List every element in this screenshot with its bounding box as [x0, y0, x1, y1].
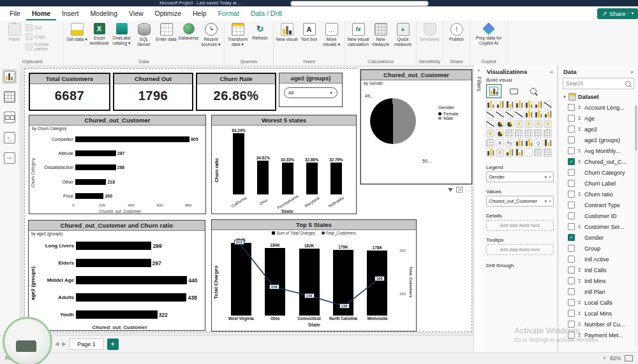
waterfall-chart-icon[interactable] — [534, 110, 542, 119]
refresh-button[interactable]: ↻Refresh — [249, 21, 271, 41]
menu-tab-help[interactable]: Help — [187, 6, 212, 20]
checkbox[interactable] — [568, 136, 575, 143]
line-chart-icon[interactable] — [544, 101, 552, 109]
zoom-level[interactable]: 82% — [610, 355, 621, 361]
search-input[interactable]: Search — [563, 78, 634, 89]
menu-tab-optimize[interactable]: Optimize — [149, 6, 187, 20]
checkbox[interactable] — [568, 201, 575, 208]
more-visuals-button[interactable]: …More visuals ▾ — [320, 21, 343, 47]
chevron-down-icon[interactable]: ▾ — [544, 175, 547, 180]
checkbox[interactable] — [568, 288, 575, 295]
clustered-column-chart-icon[interactable] — [515, 101, 523, 109]
stacked-area-chart-icon[interactable] — [496, 110, 504, 119]
empty-field-well[interactable]: Add data fields here — [486, 244, 554, 255]
checkbox[interactable] — [568, 266, 575, 273]
checkbox[interactable] — [568, 115, 575, 122]
bar-attitude[interactable] — [75, 150, 116, 156]
shape-map-icon[interactable] — [544, 120, 552, 128]
table-icon[interactable] — [544, 129, 552, 138]
checkbox[interactable] — [568, 245, 575, 252]
column-california[interactable] — [233, 133, 244, 194]
dataset-node[interactable]: ▼ Dataset — [563, 92, 634, 102]
gauge-icon[interactable] — [496, 129, 504, 138]
legend-item-male[interactable]: Male — [438, 116, 470, 120]
new-visual-button[interactable]: New visual — [276, 21, 298, 42]
gender-pie-chart-visual[interactable]: Chured_out_Customer by Gender 49... 50..… — [360, 69, 472, 184]
q-and-a-icon[interactable]: Q — [534, 139, 542, 147]
age2-groups-slicer[interactable]: age2 (groups) All ▼ — [279, 73, 343, 107]
legend-item-total-charges[interactable]: Sum of Total Charges — [272, 231, 315, 235]
line-and-stacked-column-icon[interactable] — [505, 110, 514, 119]
copy-button[interactable]: Copy — [26, 33, 61, 40]
checkbox[interactable]: ✓ — [568, 158, 575, 165]
checkbox[interactable] — [568, 310, 575, 317]
column-maryland[interactable] — [306, 163, 318, 194]
multi-row-card-icon[interactable] — [515, 129, 523, 138]
remove-field-icon[interactable]: × — [549, 175, 551, 180]
field-payment-met[interactable]: ΣPayment Met... — [563, 330, 634, 340]
field-chip-gender[interactable]: Gender▾× — [486, 171, 554, 182]
checkbox[interactable] — [568, 169, 575, 176]
checkbox[interactable] — [568, 256, 575, 263]
collapse-icon[interactable]: » — [630, 68, 634, 75]
column-pennsylvania[interactable] — [282, 163, 293, 194]
format-visual-tab[interactable] — [506, 84, 521, 98]
line-and-clustered-column-icon[interactable] — [515, 110, 523, 119]
bar-dissatisfaction[interactable] — [75, 164, 116, 170]
sql-server-button[interactable]: SQL Server — [133, 21, 155, 47]
card-total-customers[interactable]: Total Customers 6687 — [29, 73, 110, 111]
field-intl-plan[interactable]: Intl Plan — [563, 286, 634, 297]
filled-map-icon[interactable] — [534, 120, 542, 128]
field-churn-label[interactable]: Churn Label — [563, 178, 634, 189]
bar-youth[interactable] — [76, 310, 158, 319]
quick-measure-button[interactable]: +Quick measure — [392, 21, 414, 47]
next-page-icon[interactable]: ▶ — [62, 341, 66, 347]
report-view-button[interactable] — [2, 69, 17, 84]
bar-long-livers[interactable] — [76, 242, 151, 250]
slicer-icon[interactable] — [534, 129, 542, 138]
titlebar-search-input[interactable] — [290, 1, 429, 6]
menu-tab-data-drill[interactable]: Data / Drill — [245, 6, 288, 20]
get-data-button[interactable]: Get data ▾ — [66, 21, 88, 42]
chevron-down-icon[interactable]: ▾ — [628, 11, 634, 16]
model-view-button[interactable] — [2, 110, 17, 125]
new-measure-button[interactable]: New measure — [369, 21, 392, 47]
card-churn-rate[interactable]: Churn Rate 26.86% — [196, 73, 276, 111]
donut-chart-icon[interactable] — [505, 120, 514, 128]
churn-category-bar-chart[interactable]: Chured_out_Customer by Churn Category Ch… — [29, 115, 206, 214]
bar-elders[interactable] — [76, 259, 151, 267]
scrollbar[interactable] — [635, 103, 637, 346]
zoom-in-icon[interactable]: + — [603, 355, 606, 361]
field-customer-ser[interactable]: ΣCustomer Ser... — [563, 221, 634, 232]
map-icon[interactable] — [524, 120, 533, 128]
bar-adults[interactable] — [76, 293, 186, 302]
empty-field-well[interactable]: Add data fields here — [486, 220, 554, 231]
checkbox[interactable] — [568, 299, 575, 306]
area-chart-icon[interactable] — [486, 110, 494, 119]
smart-narrative-icon[interactable] — [544, 139, 552, 147]
arcgis-map-icon[interactable] — [496, 149, 504, 157]
treemap-icon[interactable] — [515, 120, 523, 128]
expand-icon[interactable]: « — [477, 68, 480, 73]
enter-data-button[interactable]: Enter data — [155, 21, 177, 42]
column-ohio[interactable] — [257, 161, 269, 194]
field-intl-calls[interactable]: ΣIntl Calls — [563, 265, 634, 275]
checkbox[interactable] — [568, 126, 575, 133]
field-age2-groups[interactable]: age2 (groups) — [563, 135, 634, 145]
report-page[interactable]: Total Customers 6687 Churned Out 1796 Ch… — [24, 68, 472, 332]
worst-states-column-chart[interactable]: Worest 5 states Churn ratio 63.24%Califo… — [211, 115, 357, 214]
field-age2[interactable]: Σage2 — [563, 124, 634, 135]
bar-middel-age[interactable] — [76, 276, 187, 284]
key-influencers-icon[interactable] — [515, 139, 523, 147]
stacked-column-chart-icon[interactable] — [496, 101, 504, 109]
checkbox[interactable] — [568, 321, 575, 328]
card-icon[interactable] — [505, 129, 514, 138]
menu-tab-home[interactable]: Home — [26, 6, 56, 20]
menu-tab-modeling[interactable]: Modeling — [84, 6, 123, 20]
field-number-of-cu[interactable]: ΣNumber of Cu... — [563, 319, 634, 330]
field-avg-monthly[interactable]: ΣAvg Monthly... — [563, 145, 634, 156]
filter-icon[interactable] — [448, 188, 453, 192]
checkbox[interactable] — [568, 191, 575, 198]
100-stacked-column-chart-icon[interactable] — [534, 101, 542, 109]
cut-button[interactable]: Cut — [26, 24, 61, 31]
